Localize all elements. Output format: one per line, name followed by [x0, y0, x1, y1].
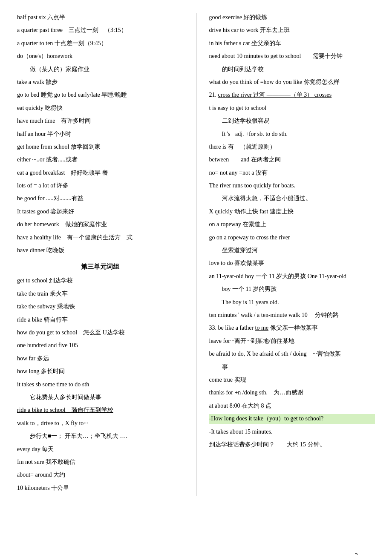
- r-item-18-text: in his father s car 坐父亲的车: [209, 40, 282, 46]
- r-item-17: drive his car to work 开车去上班: [209, 26, 375, 35]
- s-item-12-text: every day 每天: [17, 446, 54, 452]
- item-24-sub-text: 做（某人的）家庭作业: [30, 66, 89, 72]
- r-item-21-1-sub-text: 二到达学校很容易: [222, 118, 270, 124]
- item-22-text: a quarter past three 三点过一刻 （3:15）: [17, 27, 127, 33]
- r-item-35-text: be afraid to do, X be afraid of sth / do…: [209, 351, 341, 357]
- item-29: half an hour 半个小时: [17, 129, 183, 139]
- r-item-29-text: go on a ropeway to cross the river: [209, 234, 290, 241]
- r-item-31-sub2-text: The boy is 11 years old.: [222, 299, 279, 305]
- s-item-6-text: one hundred and five 105: [17, 342, 78, 348]
- r-item-33-underline: to me: [255, 325, 269, 331]
- r-item-19-sub-text: 的时间到达学校: [222, 66, 264, 72]
- s-item-9-sub-text: 它花费某人多长时间做某事: [30, 394, 101, 400]
- s-item-14-text: about= around 大约: [17, 472, 65, 478]
- s-item-3: take the subway 乘地铁: [17, 302, 183, 311]
- r-item-24: between——and 在两者之间: [209, 155, 375, 164]
- item-24-sub: 做（某人的）家庭作业: [17, 65, 183, 74]
- s-item-15: 10 kilometers 十公里: [17, 483, 183, 493]
- item-21: half past six 六点半: [17, 13, 183, 22]
- r-item-38-text: at about 8:00 在大约 8 点: [209, 403, 272, 409]
- r-item-24-text: between——and 在两者之间: [209, 156, 281, 163]
- r-item-39-text: -How long does it take（you）to get to sch…: [209, 415, 324, 422]
- r-item-39: -How long does it take（you）to get to sch…: [209, 414, 375, 423]
- item-29-text: half an hour 半个小时: [17, 131, 71, 137]
- item-31-text: either ···..or 或者.....或者: [17, 156, 78, 163]
- item-37-text: have a healthy life 有一个健康的生活方 式: [17, 234, 133, 241]
- r-item-34-text: leave for···离开···到某地/前往某地: [209, 338, 294, 344]
- r-item-25-text: no= not any =not a 没有: [209, 170, 268, 176]
- r-item-33: 33. be like a father to me 像父亲一样做某事: [209, 323, 375, 333]
- s-item-11: walk to，drive to，X fly to···: [17, 419, 183, 428]
- r-item-32-text: ten minutes ' walk / a ten-minute walk 1…: [209, 312, 339, 318]
- r-item-29: go on a ropeway to cross the river: [209, 233, 375, 242]
- item-38: have dinner 吃晚饭: [17, 246, 183, 255]
- r-item-34: leave for···离开···到某地/前往某地: [209, 336, 375, 346]
- s-item-1-text: get to school 到达学校: [17, 277, 73, 284]
- r-item-21-1-sub2-text: It 's+ adj. +for sb. to do sth.: [222, 131, 288, 137]
- r-item-33-post: 像父亲一样做某事: [268, 325, 318, 331]
- s-item-14: about= around 大约: [17, 470, 183, 480]
- section-items-group: get to school 到达学校 take the train 乘火车 ta…: [17, 276, 183, 493]
- item-30-text: get home from school 放学回到家: [17, 144, 101, 150]
- r-item-21-1-sub2: It 's+ adj. +for sb. to do sth.: [209, 129, 375, 139]
- r-item-33-pre: 33. be like a father: [209, 325, 255, 331]
- item-34: be good for .....对........有益: [17, 194, 183, 203]
- s-item-2: take the train 乘火车: [17, 289, 183, 299]
- item-37: have a healthy life 有一个健康的生活方 式: [17, 233, 183, 242]
- r-item-31-sub: boy 一个 11 岁的男孩: [209, 285, 375, 294]
- r-item-21-text: cross the river 过河 ————（单 3） crosses: [218, 92, 332, 98]
- r-item-35-sub-text: 事: [222, 364, 228, 370]
- page-number: 3: [355, 552, 358, 555]
- item-28: have much time 有许多时间: [17, 116, 183, 126]
- r-item-37-text: thanks for +n /doing sth. 为…而感谢: [209, 389, 303, 396]
- r-item-39-chinese-text: 到达学校话费多少时间？ 大约 15 分钟。: [209, 441, 326, 448]
- item-34-text: be good for .....对........有益: [17, 195, 84, 201]
- item-27-text: eat quickly 吃得快: [17, 105, 63, 111]
- r-item-36-text: come true 实现: [209, 377, 246, 383]
- s-item-11-sub: 步行去■一； 开车去…；坐飞机去 ….: [17, 431, 183, 441]
- s-item-11-text: walk to，drive to，X fly to···: [17, 420, 88, 426]
- item-24-text: do（one's）homework: [17, 53, 72, 59]
- s-item-13-text: Im not sure 我不敢确信: [17, 459, 75, 465]
- s-item-10: ride a bike to school 骑自行车到学校: [17, 405, 183, 415]
- r-item-27-text: X quickly 动作上快 fast 速度上快: [209, 208, 294, 215]
- item-25-text: take a walk 散步: [17, 79, 58, 85]
- r-item-37: thanks for +n /doing sth. 为…而感谢: [209, 388, 375, 397]
- r-item-20-text: what do you think of =how do you like 你觉…: [209, 79, 340, 85]
- r-item-31-text: an 11-year-old boy 一个 11 岁大的男孩 One 11-ye…: [209, 273, 347, 279]
- s-item-12: every day 每天: [17, 445, 183, 454]
- s-item-8: how long 多长时间: [17, 367, 183, 376]
- r-item-38: at about 8:00 在大约 8 点: [209, 401, 375, 411]
- item-22: a quarter past three 三点过一刻 （3:15）: [17, 26, 183, 35]
- item-33: lots of = a lot of 许多: [17, 181, 183, 190]
- item-25: take a walk 散步: [17, 78, 183, 87]
- r-item-21: 21. cross the river 过河 ————（单 3） crosses: [209, 90, 375, 100]
- item-23-text: a quarter to ten 十点差一刻（9:45）: [17, 40, 107, 46]
- r-item-27: X quickly 动作上快 fast 速度上快: [209, 207, 375, 216]
- s-item-9-sub: 它花费某人多长时间做某事: [17, 393, 183, 402]
- r-item-21-1: t is easy to get to school: [209, 104, 375, 113]
- s-item-7-text: how far 多远: [17, 355, 49, 362]
- s-item-15-text: 10 kilometers 十公里: [17, 485, 69, 491]
- s-item-6: one hundred and five 105: [17, 341, 183, 350]
- r-item-39-answer: -It takes about 15 minutes.: [209, 427, 375, 437]
- item-35: It tastes good 尝起来好: [17, 207, 183, 216]
- item-26-text: go to bed 睡觉 go to bed early/late 早睡/晚睡: [17, 92, 127, 98]
- r-item-26-text: The river runs too quickly for boats.: [209, 182, 296, 189]
- r-item-23-text: there is 有 （就近原则）: [209, 144, 276, 150]
- r-item-26-sub-text: 河水流得太急，不适合小船通过。: [222, 195, 311, 201]
- r-item-18: in his father s car 坐父亲的车: [209, 39, 375, 48]
- item-30: get home from school 放学回到家: [17, 142, 183, 152]
- item-38-text: have dinner 吃晚饭: [17, 247, 64, 253]
- item-36: do her homework 做她的家庭作业: [17, 220, 183, 229]
- r-item-16: good exercise 好的锻炼: [209, 13, 375, 22]
- r-item-32: ten minutes ' walk / a ten-minute walk 1…: [209, 311, 375, 320]
- r-item-29-sub-text: 坐索道穿过河: [222, 247, 258, 253]
- s-item-8-text: how long 多长时间: [17, 368, 65, 374]
- s-item-5-text: how do you get to school 怎么至 U达学校: [17, 329, 125, 336]
- s-item-3-text: take the subway 乘地铁: [17, 303, 75, 310]
- item-35-text: It tastes good 尝起来好: [17, 208, 74, 215]
- r-item-16-text: good exercise 好的锻炼: [209, 14, 268, 20]
- item-28-text: have much time 有许多时间: [17, 118, 91, 124]
- main-content: half past six 六点半 a quarter past three 三…: [17, 13, 375, 496]
